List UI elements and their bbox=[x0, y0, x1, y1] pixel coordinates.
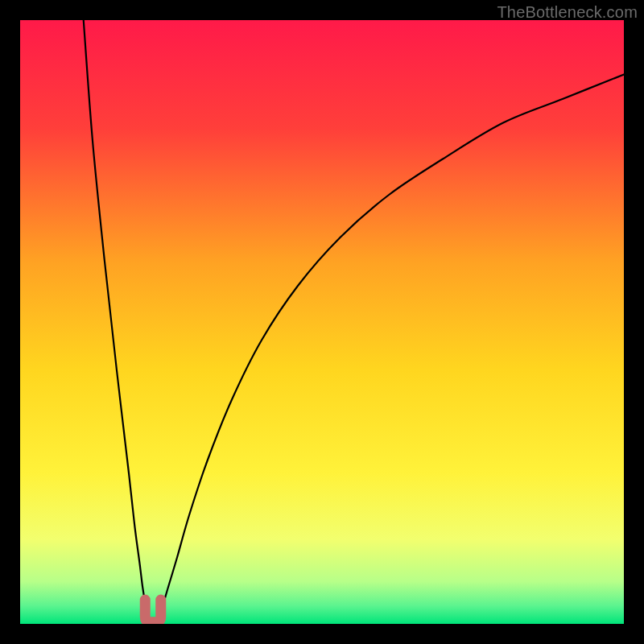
curve-right-branch bbox=[159, 75, 625, 615]
curve-left-branch bbox=[84, 20, 148, 615]
curve-layer bbox=[20, 20, 624, 624]
plot-area bbox=[20, 20, 624, 624]
chart-stage: TheBottleneck.com bbox=[0, 0, 644, 644]
valley-marker-u bbox=[145, 600, 161, 622]
watermark-text: TheBottleneck.com bbox=[497, 3, 638, 22]
